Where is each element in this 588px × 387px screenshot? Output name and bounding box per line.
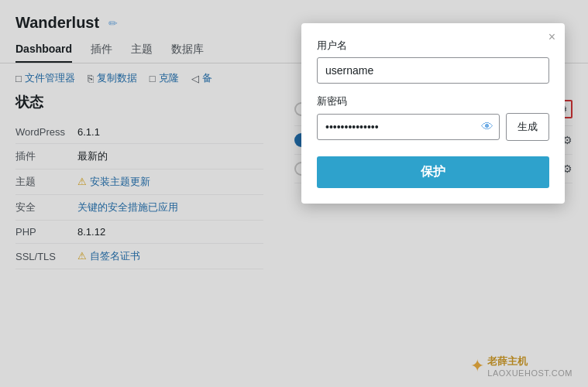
password-wrapper: 👁 [317, 113, 500, 141]
username-input[interactable] [317, 57, 549, 84]
password-input[interactable] [317, 114, 500, 140]
modal-close-button[interactable]: × [548, 31, 555, 43]
toggle-password-visibility-icon[interactable]: 👁 [481, 120, 493, 134]
protect-button[interactable]: 保护 [317, 156, 549, 188]
password-row: 👁 生成 [317, 113, 549, 141]
username-label: 用户名 [317, 39, 549, 53]
generate-button[interactable]: 生成 [506, 113, 549, 141]
password-modal: × 用户名 新密码 👁 生成 保护 [301, 23, 565, 204]
password-label: 新密码 [317, 94, 549, 108]
